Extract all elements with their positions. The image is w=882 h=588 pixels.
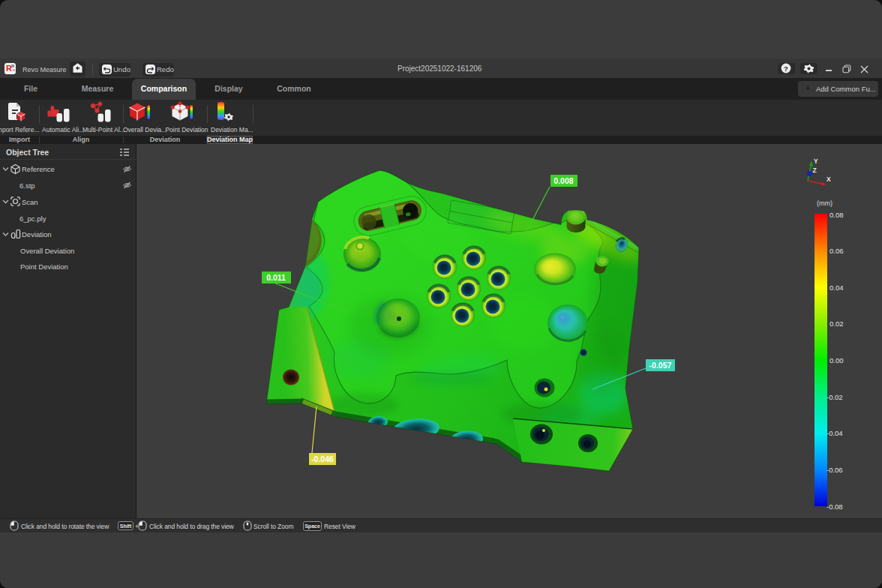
svg-text:?: ? <box>784 64 788 73</box>
